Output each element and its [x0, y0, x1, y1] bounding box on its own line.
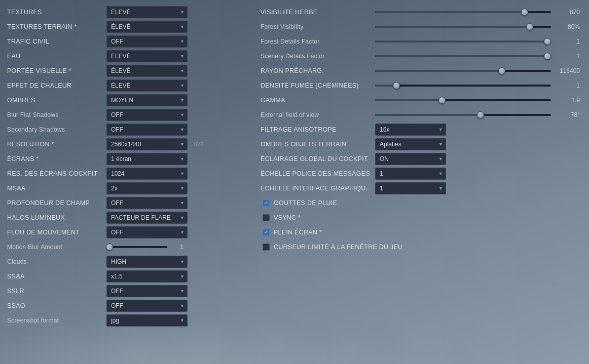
- label-trafic-civil: TRAFIC CIVIL: [7, 38, 103, 45]
- row-visibilite-herbe: VISIBILITÉ HERBE870: [261, 5, 582, 19]
- slider-value-motion-blur-amount: 1: [170, 244, 186, 251]
- select-wrap-effet-chaleur: ÉLEVÉMOYENBASOFF: [106, 79, 188, 92]
- label-echelle-police-messages: ÉCHELLE POLICE DES MESSAGES: [261, 170, 372, 177]
- slider-fill-external-fov: [375, 114, 481, 116]
- row-scenery-details-factor: Scenery Details Factor1: [261, 49, 582, 63]
- select-echelle-police-messages[interactable]: 123: [375, 168, 446, 180]
- checkbox-row-plein-ecran[interactable]: ✓PLEIN ÉCRAN *: [261, 225, 582, 239]
- select-flou-mouvement[interactable]: OFFON: [106, 226, 188, 238]
- slider-thumb-densite-fumee[interactable]: [393, 82, 400, 89]
- select-trafic-civil[interactable]: OFFBASMOYENÉLEVÉ: [106, 35, 188, 48]
- select-wrap-msaa: 2x4x8xOFF: [106, 182, 188, 194]
- select-screenshot-format[interactable]: jpgpngbmp: [106, 314, 188, 327]
- slider-thumb-visibilite-herbe[interactable]: [521, 9, 528, 16]
- slider-track-forest-details-factor: [375, 41, 551, 43]
- select-eclairage-global-cockpit[interactable]: ONOFF: [375, 153, 446, 165]
- select-ssaa[interactable]: x1.5x1x2: [106, 270, 188, 282]
- label-res-ecrans-cockpit: RES. DES ÉCRANS COCKPIT: [7, 170, 103, 177]
- slider-track-densite-fumee: [375, 85, 551, 87]
- slider-track-gamma: [375, 99, 551, 101]
- right-panel: VISIBILITÉ HERBE870Forest Visibility80%F…: [261, 5, 582, 359]
- checkbox-vsync[interactable]: [263, 214, 270, 221]
- label-eclairage-global-cockpit: ÉCLAIRAGE GLOBAL DU COCKPIT: [261, 155, 372, 163]
- select-ombres[interactable]: MOYENÉLEVÉBASOFF: [106, 94, 188, 106]
- select-res-ecrans-cockpit[interactable]: 10245122048: [106, 168, 188, 180]
- row-halos-lumineux: HALOS LUMINEUXFACTEUR DE FLAREOFFON: [7, 211, 255, 225]
- slider-thumb-gamma[interactable]: [438, 97, 446, 104]
- label-ombres: OMBRES: [7, 97, 103, 104]
- slider-fill-forest-details-factor: [375, 41, 547, 43]
- row-eclairage-global-cockpit: ÉCLAIRAGE GLOBAL DU COCKPITONOFF: [261, 152, 582, 166]
- left-panel: TEXTURESÉLEVÉMOYENBASOFFTEXTURES TERRAIN…: [7, 5, 255, 359]
- select-wrap-portee-visuelle: ÉLEVÉMOYENBAS: [106, 65, 188, 77]
- checkbox-label-vsync: VSYNC *: [274, 214, 301, 221]
- label-msaa: MSAA: [7, 185, 103, 192]
- badge-resolution: 16:9: [191, 141, 203, 147]
- slider-value-densite-fumee: 1: [554, 82, 582, 89]
- slider-thumb-forest-visibility[interactable]: [526, 23, 533, 30]
- slider-wrap-gamma: [375, 99, 551, 101]
- label-profondeur-champ: PROFONDEUR DE CHAMP: [7, 199, 103, 207]
- select-echelle-interface-graphique[interactable]: 123: [375, 182, 446, 194]
- label-textures: TEXTURES: [7, 9, 103, 16]
- checkbox-row-curseur-limite[interactable]: CURSEUR LIMITÉ À LA FENÊTRE DU JEU: [261, 240, 582, 254]
- checkbox-row-vsync[interactable]: VSYNC *: [261, 211, 582, 225]
- checkbox-row-gouttes-pluie[interactable]: ✓GOUTTES DE PLUIE: [261, 196, 582, 210]
- select-halos-lumineux[interactable]: FACTEUR DE FLAREOFFON: [106, 212, 188, 224]
- select-secondary-shadows[interactable]: OFFON: [106, 124, 188, 136]
- checkbox-gouttes-pluie[interactable]: ✓: [263, 199, 270, 207]
- select-textures-terrain[interactable]: ÉLEVÉMOYENBASOFF: [106, 21, 188, 33]
- select-ssao[interactable]: OFFON: [106, 300, 188, 312]
- slider-thumb-scenery-details-factor[interactable]: [544, 53, 551, 60]
- row-ecrans: ÉCRANS *1 écran2 écrans3 écrans: [7, 152, 255, 166]
- slider-fill-visibilite-herbe: [375, 11, 525, 13]
- select-wrap-ecrans: 1 écran2 écrans3 écrans: [106, 153, 188, 165]
- select-portee-visuelle[interactable]: ÉLEVÉMOYENBAS: [106, 65, 188, 77]
- checkbox-plein-ecran[interactable]: ✓: [263, 229, 270, 236]
- label-scenery-details-factor: Scenery Details Factor: [261, 53, 372, 60]
- slider-value-forest-details-factor: 1: [554, 38, 582, 45]
- select-ecrans[interactable]: 1 écran2 écrans3 écrans: [106, 153, 188, 165]
- label-forest-visibility: Forest Visibility: [261, 23, 372, 30]
- select-eau[interactable]: ÉLEVÉMOYENBASOFF: [106, 50, 188, 62]
- label-resolution: RÉSOLUTION *: [7, 141, 103, 148]
- select-wrap-sslr: OFFON: [106, 285, 188, 297]
- select-clouds[interactable]: HIGHMEDIUMLOWOFF: [106, 256, 188, 268]
- slider-thumb-motion-blur-amount[interactable]: [106, 244, 113, 251]
- row-secondary-shadows: Secondary ShadowsOFFON: [7, 123, 255, 137]
- label-filtrage-anisotrope: FILTRAGE ANISOTROPE: [261, 126, 372, 133]
- slider-thumb-rayon-precharg[interactable]: [498, 67, 505, 74]
- select-msaa[interactable]: 2x4x8xOFF: [106, 182, 188, 194]
- row-filtrage-anisotrope: FILTRAGE ANISOTROPE16x8x4x2xOFF: [261, 123, 582, 137]
- label-secondary-shadows: Secondary Shadows: [7, 126, 103, 133]
- label-ssao: SSAO: [7, 302, 103, 309]
- select-filtrage-anisotrope[interactable]: 16x8x4x2xOFF: [375, 124, 446, 136]
- slider-thumb-external-fov[interactable]: [477, 111, 484, 118]
- slider-fill-scenery-details-factor: [375, 55, 547, 57]
- select-wrap-flou-mouvement: OFFON: [106, 226, 188, 238]
- select-effet-chaleur[interactable]: ÉLEVÉMOYENBASOFF: [106, 79, 188, 92]
- label-echelle-interface-graphique: ÉCHELLE INTERFACE GRAPHIQUE *: [261, 185, 372, 192]
- slider-track-scenery-details-factor: [375, 55, 551, 57]
- label-gamma: GAMMA: [261, 97, 372, 104]
- label-densite-fumee: DENSITÉ FUMÉE (CHEMINÉES): [261, 82, 372, 89]
- slider-thumb-forest-details-factor[interactable]: [544, 38, 551, 45]
- label-sslr: SSLR: [7, 288, 103, 295]
- select-textures[interactable]: ÉLEVÉMOYENBASOFF: [106, 6, 188, 18]
- row-eau: EAUÉLEVÉMOYENBASOFF: [7, 49, 255, 63]
- checkbox-curseur-limite[interactable]: [263, 244, 270, 251]
- select-wrap-blur-flat-shadows: OFFON: [106, 109, 188, 121]
- select-ombres-objets-terrain[interactable]: AplatiesOFFON: [375, 138, 446, 150]
- select-wrap-ssao: OFFON: [106, 300, 188, 312]
- select-blur-flat-shadows[interactable]: OFFON: [106, 109, 188, 121]
- select-resolution[interactable]: 2560x14401920x10801280x720: [106, 138, 188, 150]
- select-sslr[interactable]: OFFON: [106, 285, 188, 297]
- label-clouds: Clouds: [7, 258, 103, 265]
- label-external-fov: External field of view: [261, 111, 372, 118]
- select-wrap-clouds: HIGHMEDIUMLOWOFF: [106, 256, 188, 268]
- row-sslr: SSLROFFON: [7, 284, 255, 298]
- row-clouds: CloudsHIGHMEDIUMLOWOFF: [7, 255, 255, 269]
- slider-wrap-forest-visibility: [375, 26, 551, 28]
- slider-track-rayon-precharg: [375, 70, 551, 72]
- select-profondeur-champ[interactable]: OFFON: [106, 197, 188, 209]
